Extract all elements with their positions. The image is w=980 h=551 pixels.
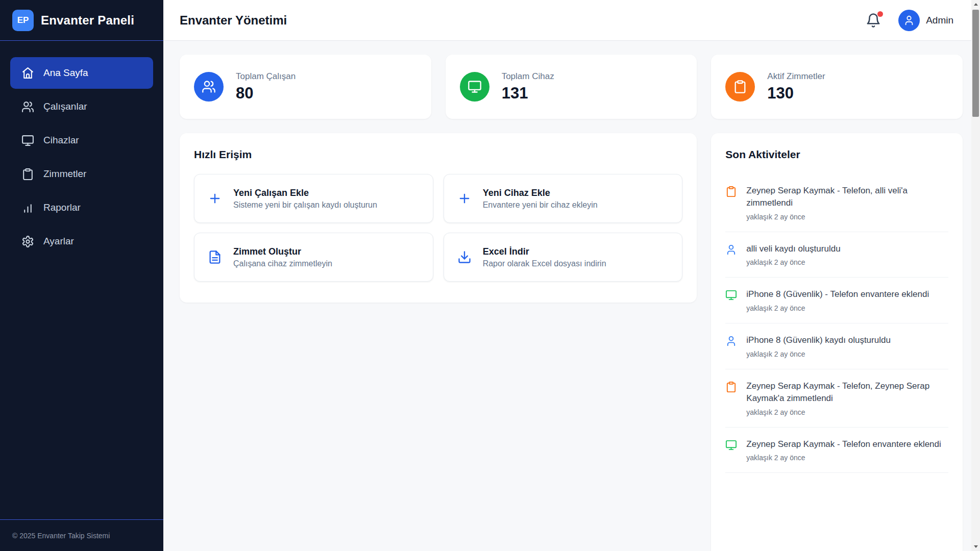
activity-text: iPhone 8 (Güvenlik) - Telefon envantere … <box>746 288 929 300</box>
activity-item: iPhone 8 (Güvenlik) - Telefon envantere … <box>725 278 948 323</box>
sidebar-item-calisanlar[interactable]: Çalışanlar <box>10 91 153 122</box>
stat-label: Toplam Çalışan <box>236 71 296 82</box>
copyright-text: © 2025 Envanter Takip Sistemi <box>12 532 110 540</box>
sidebar-nav: Ana Sayfa Çalışanlar Cihazlar Zimmetler … <box>0 41 163 519</box>
gear-icon <box>21 235 34 248</box>
sidebar-item-cihazlar[interactable]: Cihazlar <box>10 124 153 156</box>
sidebar-item-label: Cihazlar <box>43 135 79 146</box>
activity-time: yaklaşık 2 ay önce <box>746 258 840 266</box>
activity-text: Zeynep Serap Kaymak - Telefon, Zeynep Se… <box>746 380 948 405</box>
home-icon <box>21 67 34 80</box>
users-icon <box>194 72 224 102</box>
sidebar-item-raporlar[interactable]: Raporlar <box>10 192 153 223</box>
activity-text: alli veli kaydı oluşturuldu <box>746 243 840 255</box>
quick-action-subtitle: Sisteme yeni bir çalışan kaydı oluşturun <box>233 201 377 210</box>
page-title: Envanter Yönetimi <box>180 13 287 28</box>
quick-action-subtitle: Çalışana cihaz zimmetleyin <box>233 259 332 268</box>
quick-action-title: Zimmet Oluştur <box>233 246 332 257</box>
clipboard-icon <box>21 168 34 181</box>
user-menu[interactable]: Admin <box>898 10 953 31</box>
monitor-icon <box>725 439 737 451</box>
quick-access-panel: Hızlı Erişim Yeni Çalışan Ekle Sisteme y… <box>180 133 697 303</box>
activity-time: yaklaşık 2 ay önce <box>746 213 948 221</box>
sidebar-footer: © 2025 Envanter Takip Sistemi <box>0 519 163 551</box>
user-icon <box>903 15 915 26</box>
scrollbar-down-arrow-icon[interactable] <box>971 542 980 551</box>
add-employee-button[interactable]: Yeni Çalışan Ekle Sisteme yeni bir çalış… <box>194 174 433 223</box>
activity-time: yaklaşık 2 ay önce <box>746 408 948 416</box>
stat-value: 80 <box>236 84 296 103</box>
quick-action-title: Yeni Çalışan Ekle <box>233 188 377 198</box>
topbar-right: Admin <box>866 10 953 31</box>
sidebar-item-label: Zimmetler <box>43 168 86 180</box>
stat-label: Toplam Cihaz <box>502 71 554 82</box>
brand: EP Envanter Paneli <box>0 0 163 41</box>
activity-time: yaklaşık 2 ay önce <box>746 454 941 462</box>
clipboard-icon <box>725 186 737 197</box>
download-icon <box>457 250 472 264</box>
notifications-button[interactable] <box>866 13 881 28</box>
file-text-icon <box>208 250 222 264</box>
plus-icon <box>208 191 222 206</box>
clipboard-icon <box>725 72 755 102</box>
stat-card-aktif-zimmetler: Aktif Zimmetler 130 <box>711 55 963 119</box>
scrollbar-up-arrow-icon[interactable] <box>971 0 980 9</box>
activity-item: iPhone 8 (Güvenlik) kaydı oluşturuldu ya… <box>725 323 948 369</box>
activity-item: Zeynep Serap Kaymak - Telefon, alli veli… <box>725 174 948 232</box>
sidebar-item-zimmetler[interactable]: Zimmetler <box>10 158 153 190</box>
content: Toplam Çalışan 80 Toplam Cihaz 131 Aktif… <box>163 41 980 551</box>
notification-badge <box>877 11 883 17</box>
activity-time: yaklaşık 2 ay önce <box>746 304 929 312</box>
logo-text: EP <box>17 15 29 26</box>
activity-text: iPhone 8 (Güvenlik) kaydı oluşturuldu <box>746 334 891 346</box>
users-icon <box>21 101 34 113</box>
monitor-icon <box>21 134 34 147</box>
stat-card-toplam-calisan: Toplam Çalışan 80 <box>180 55 431 119</box>
quick-action-title: Yeni Cihaz Ekle <box>483 188 598 198</box>
quick-action-subtitle: Envantere yeni bir cihaz ekleyin <box>483 201 598 210</box>
sidebar-item-label: Çalışanlar <box>43 101 87 112</box>
download-excel-button[interactable]: Excel İndir Rapor olarak Excel dosyası i… <box>444 233 683 282</box>
main-area: Envanter Yönetimi Admin <box>163 0 980 551</box>
stat-label: Aktif Zimmetler <box>767 71 825 82</box>
activity-item: alli veli kaydı oluşturuldu yaklaşık 2 a… <box>725 232 948 278</box>
stat-card-toplam-cihaz: Toplam Cihaz 131 <box>446 55 697 119</box>
sidebar-item-label: Ana Sayfa <box>43 67 88 79</box>
plus-icon <box>457 191 472 206</box>
bar-chart-icon <box>21 202 34 214</box>
sidebar: EP Envanter Paneli Ana Sayfa Çalışanlar … <box>0 0 163 551</box>
add-device-button[interactable]: Yeni Cihaz Ekle Envantere yeni bir cihaz… <box>444 174 683 223</box>
monitor-icon <box>460 72 489 102</box>
sidebar-item-ayarlar[interactable]: Ayarlar <box>10 226 153 257</box>
monitor-icon <box>725 289 737 301</box>
stat-value: 131 <box>502 84 554 103</box>
page-scrollbar[interactable] <box>971 0 980 551</box>
scrollbar-thumb[interactable] <box>972 10 979 117</box>
activity-text: Zeynep Serap Kaymak - Telefon envantere … <box>746 438 941 450</box>
quick-access-grid: Yeni Çalışan Ekle Sisteme yeni bir çalış… <box>194 174 682 282</box>
user-icon <box>725 244 737 256</box>
create-assignment-button[interactable]: Zimmet Oluştur Çalışana cihaz zimmetleyi… <box>194 233 433 282</box>
avatar <box>898 10 920 31</box>
activity-text: Zeynep Serap Kaymak - Telefon, alli veli… <box>746 185 948 209</box>
quick-action-subtitle: Rapor olarak Excel dosyası indirin <box>483 259 606 268</box>
user-icon <box>725 335 737 347</box>
recent-activities-title: Son Aktiviteler <box>725 148 948 161</box>
sidebar-item-ana-sayfa[interactable]: Ana Sayfa <box>10 57 153 89</box>
activity-item: Zeynep Serap Kaymak - Telefon envantere … <box>725 428 948 473</box>
sidebar-item-label: Ayarlar <box>43 236 74 247</box>
user-name: Admin <box>926 15 953 26</box>
quick-action-title: Excel İndir <box>483 246 606 257</box>
quick-access-title: Hızlı Erişim <box>194 148 682 161</box>
topbar: Envanter Yönetimi Admin <box>163 0 980 41</box>
sidebar-item-label: Raporlar <box>43 202 81 213</box>
activity-time: yaklaşık 2 ay önce <box>746 350 891 358</box>
stat-value: 130 <box>767 84 825 103</box>
activity-item: Zeynep Serap Kaymak - Telefon, Zeynep Se… <box>725 369 948 428</box>
app-logo: EP <box>12 10 34 31</box>
clipboard-icon <box>725 381 737 393</box>
recent-activities-panel: Son Aktiviteler Zeynep Serap Kaymak - Te… <box>711 133 963 551</box>
app-title: Envanter Paneli <box>41 13 134 28</box>
